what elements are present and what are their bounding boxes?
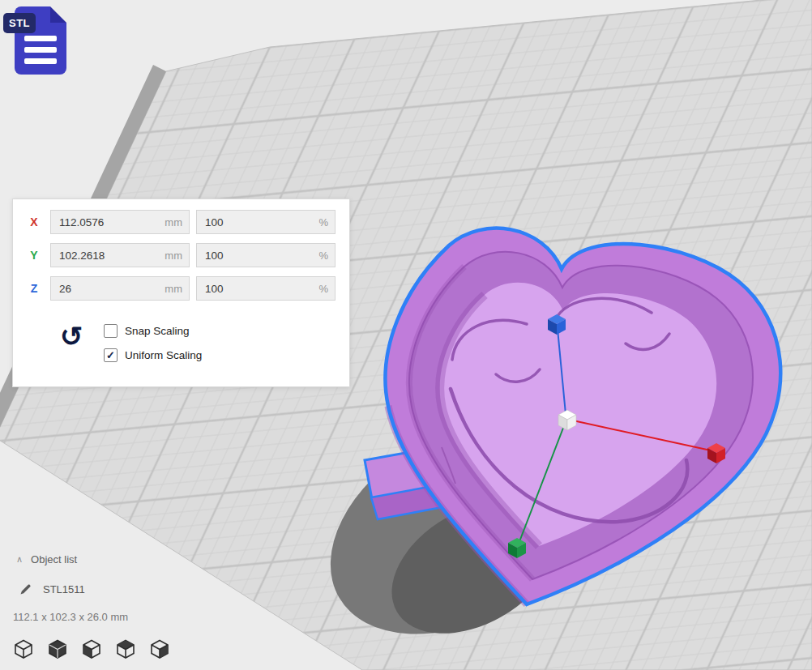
- axis-x-label: X: [24, 216, 44, 228]
- scale-x-percent-input[interactable]: [203, 216, 315, 229]
- stl-file-icon: STL: [3, 5, 75, 78]
- stl-badge: STL: [3, 13, 36, 33]
- uniform-scaling-checkbox[interactable]: ✓: [104, 348, 118, 362]
- uniform-scaling-row[interactable]: ✓ Uniform Scaling: [104, 348, 202, 362]
- pencil-icon: [19, 583, 32, 595]
- scaling-options: Snap Scaling ✓ Uniform Scaling: [104, 324, 202, 373]
- scale-y-mm-input[interactable]: [58, 249, 161, 262]
- scale-y-percent-input[interactable]: [203, 249, 315, 262]
- model-dimensions: 112.1 x 102.3 x 26.0 mm: [13, 611, 128, 623]
- view-right-icon[interactable]: [149, 638, 170, 659]
- view-3d-icon[interactable]: [13, 638, 34, 659]
- view-top-icon[interactable]: [115, 638, 136, 659]
- axis-y-label: Y: [24, 249, 44, 262]
- scale-x-percent-field: %: [196, 210, 335, 234]
- chevron-up-icon: ∧: [16, 554, 23, 565]
- object-name: STL1511: [43, 583, 85, 595]
- object-list-toggle[interactable]: ∧ Object list: [16, 553, 77, 565]
- scale-z-mm-input[interactable]: [58, 282, 161, 296]
- document-line: [24, 36, 57, 41]
- scale-y-percent-field: %: [196, 243, 335, 267]
- scale-x-mm-field: mm: [50, 210, 190, 234]
- reset-scale-icon[interactable]: ↺: [60, 322, 83, 350]
- scale-z-mm-field: mm: [50, 276, 190, 301]
- scale-tool-panel: X mm % Y mm %: [12, 198, 350, 387]
- scale-y-mm-field: mm: [50, 243, 190, 267]
- mm-unit-label: mm: [165, 216, 182, 228]
- percent-unit-label: %: [318, 250, 328, 262]
- uniform-scaling-label[interactable]: Uniform Scaling: [125, 349, 202, 361]
- snap-scaling-row[interactable]: Snap Scaling: [104, 324, 202, 338]
- percent-unit-label: %: [318, 216, 328, 228]
- snap-scaling-label[interactable]: Snap Scaling: [125, 325, 190, 337]
- cura-viewport: STL X mm % Y mm: [0, 0, 812, 670]
- scale-z-percent-input[interactable]: [203, 282, 315, 296]
- scale-y-row: Y mm %: [24, 243, 349, 267]
- document-line: [24, 47, 57, 53]
- scale-z-row: Z mm %: [24, 276, 349, 301]
- mm-unit-label: mm: [165, 250, 182, 262]
- scale-x-row: X mm %: [24, 210, 349, 234]
- view-toolbar: [13, 638, 170, 659]
- document-line: [24, 58, 57, 64]
- view-left-icon[interactable]: [81, 638, 102, 659]
- object-list-label: Object list: [31, 553, 77, 565]
- scale-z-percent-field: %: [196, 276, 335, 301]
- percent-unit-label: %: [318, 283, 328, 295]
- scale-x-mm-input[interactable]: [58, 216, 161, 229]
- snap-scaling-checkbox[interactable]: [104, 324, 118, 338]
- view-solid-icon[interactable]: [47, 638, 68, 659]
- object-list-item[interactable]: STL1511: [19, 583, 85, 595]
- axis-z-label: Z: [24, 282, 44, 295]
- mm-unit-label: mm: [165, 283, 182, 295]
- scale-rows: X mm % Y mm %: [13, 199, 349, 301]
